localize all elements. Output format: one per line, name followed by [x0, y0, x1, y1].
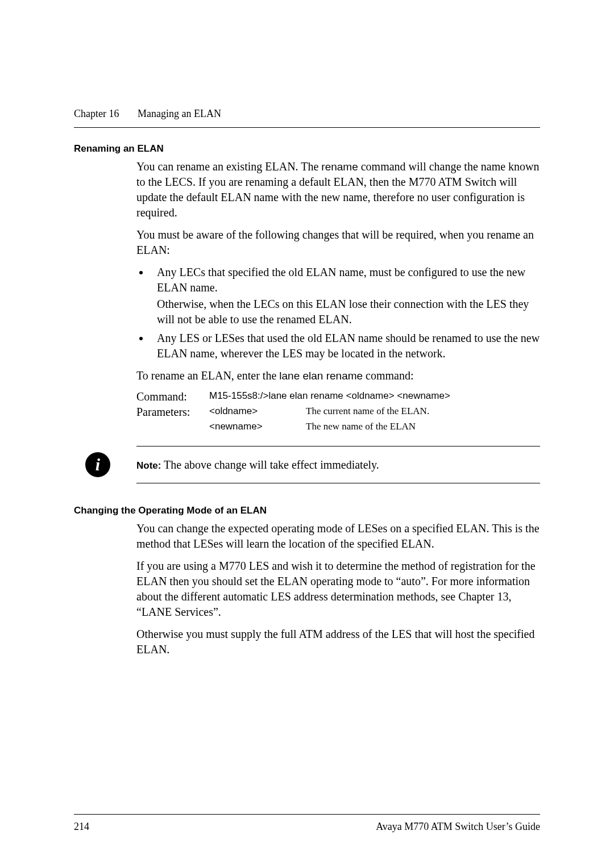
command-value: M15-155s8:/>lane elan rename <oldname> <… — [209, 390, 450, 402]
note-block: i Note: The above change will take effec… — [136, 446, 540, 483]
command-row: Command: M15-155s8:/>lane elan rename <o… — [136, 390, 540, 403]
section2-body: You can change the expected operating mo… — [136, 521, 540, 657]
section-heading-operating-mode: Changing the Operating Mode of an ELAN — [74, 505, 540, 516]
note-rule-bottom — [136, 483, 540, 483]
bullet-item-1: Any LECs that specified the old ELAN nam… — [150, 265, 540, 327]
running-header: Chapter 16 Managing an ELAN — [74, 108, 540, 120]
param-desc-newname: The new name of the ELAN — [306, 421, 416, 432]
inline-command-lane-elan-rename: lane elan rename — [279, 370, 363, 382]
section1-body: You can rename an existing ELAN. The ren… — [136, 159, 540, 483]
note-label: Note: — [136, 460, 161, 471]
text: You can rename an existing ELAN. The — [136, 160, 321, 173]
footer-rule — [74, 814, 540, 815]
text: To rename an ELAN, enter the — [136, 369, 279, 382]
parameters-row-1: Parameters: <oldname> The current name o… — [136, 406, 540, 419]
text: command: — [363, 369, 413, 382]
chapter-title: Managing an ELAN — [138, 108, 221, 120]
text: Any LES or LESes that used the old ELAN … — [157, 332, 540, 360]
footer: 214 Avaya M770 ATM Switch User’s Guide — [74, 821, 540, 833]
bullet-item-2: Any LES or LESes that used the old ELAN … — [150, 331, 540, 361]
parameters-label: Parameters: — [136, 406, 209, 419]
inline-command-rename: rename — [321, 161, 358, 173]
page-number: 214 — [74, 821, 89, 833]
chapter-label: Chapter 16 — [74, 108, 119, 120]
command-label: Command: — [136, 390, 209, 403]
text: Any LECs that specified the old ELAN nam… — [157, 266, 525, 294]
page: Chapter 16 Managing an ELAN Renaming an … — [0, 0, 614, 868]
content-area: Renaming an ELAN You can rename an exist… — [74, 143, 540, 664]
para-opmode-2: If you are using a M770 LES and wish it … — [136, 558, 540, 620]
note-body: The above change will take effect immedi… — [161, 458, 379, 471]
para-to-rename: To rename an ELAN, enter the lane elan r… — [136, 368, 540, 383]
doc-title-footer: Avaya M770 ATM Switch User’s Guide — [376, 821, 540, 833]
para-rename-intro: You can rename an existing ELAN. The ren… — [136, 159, 540, 220]
command-table: Command: M15-155s8:/>lane elan rename <o… — [136, 390, 540, 432]
note-text: Note: The above change will take effect … — [136, 458, 379, 471]
bullet-list: Any LECs that specified the old ELAN nam… — [136, 265, 540, 361]
param-desc-oldname: The current name of the ELAN. — [306, 406, 429, 417]
section2: Changing the Operating Mode of an ELAN Y… — [74, 505, 540, 657]
para-opmode-3: Otherwise you must supply the full ATM a… — [136, 627, 540, 657]
para-aware: You must be aware of the following chang… — [136, 227, 540, 258]
header-rule — [74, 127, 540, 128]
note-row: i Note: The above change will take effec… — [85, 452, 540, 477]
parameters-row-2: <newname> The new name of the ELAN — [136, 421, 540, 432]
info-icon: i — [85, 452, 110, 477]
section-heading-renaming: Renaming an ELAN — [74, 143, 540, 155]
info-icon-glyph: i — [96, 456, 100, 473]
note-rule-top — [136, 446, 540, 446]
param-name-newname: <newname> — [209, 421, 306, 432]
para-opmode-1: You can change the expected operating mo… — [136, 521, 540, 552]
param-name-oldname: <oldname> — [209, 406, 306, 417]
bullet1-continuation: Otherwise, when the LECs on this ELAN lo… — [157, 297, 540, 327]
